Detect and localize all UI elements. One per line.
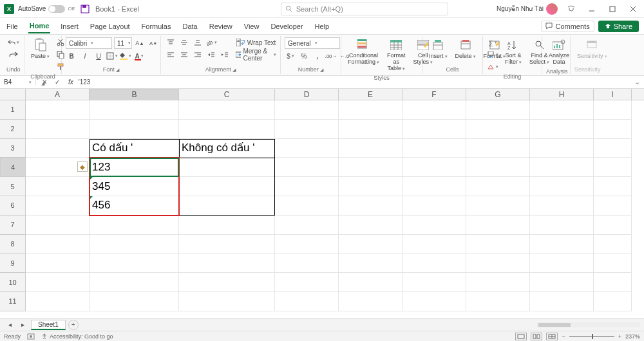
- align-left-button[interactable]: [165, 50, 176, 60]
- cell-E4[interactable]: [339, 158, 402, 177]
- cell-E2[interactable]: [339, 120, 402, 139]
- font-name-select[interactable]: Calibri: [66, 37, 112, 49]
- new-sheet-button[interactable]: +: [68, 320, 79, 330]
- select-all-corner[interactable]: [0, 89, 26, 100]
- row-header-6[interactable]: 6: [0, 196, 26, 216]
- formula-input[interactable]: '123: [76, 78, 91, 86]
- cell-A2[interactable]: [26, 120, 90, 139]
- cell-G3[interactable]: [466, 139, 530, 158]
- sheet-nav-next[interactable]: ▸: [17, 320, 28, 330]
- cell-H7[interactable]: [530, 216, 594, 235]
- cell-C11[interactable]: [179, 292, 275, 311]
- page-break-view-button[interactable]: [546, 333, 558, 340]
- undo-button[interactable]: [8, 37, 19, 48]
- share-button[interactable]: Share: [598, 21, 639, 32]
- fill-color-button[interactable]: [120, 51, 131, 61]
- cell-E3[interactable]: [339, 139, 402, 158]
- merge-center-button[interactable]: Merge & Center: [236, 50, 276, 60]
- zoom-out-button[interactable]: −: [562, 333, 565, 340]
- cell-G6[interactable]: [466, 196, 530, 216]
- user-account[interactable]: Nguyễn Như Tài: [497, 3, 558, 15]
- save-icon[interactable]: [80, 4, 90, 14]
- align-top-button[interactable]: [165, 37, 176, 48]
- macro-record-icon[interactable]: [27, 333, 35, 340]
- row-header-1[interactable]: 1: [0, 100, 26, 120]
- decrease-indent-button[interactable]: [205, 50, 217, 60]
- cancel-formula-button[interactable]: ✕: [39, 77, 50, 88]
- cell-D11[interactable]: [275, 292, 339, 311]
- cell-C10[interactable]: [179, 273, 275, 292]
- align-center-button[interactable]: [178, 50, 190, 60]
- cell-F3[interactable]: [402, 139, 466, 158]
- fill-button[interactable]: [487, 50, 498, 60]
- cell-F2[interactable]: [402, 120, 466, 139]
- cell-B10[interactable]: [90, 273, 179, 292]
- cell-I3[interactable]: [594, 139, 632, 158]
- cell-D2[interactable]: [275, 120, 339, 139]
- cell-D10[interactable]: [275, 273, 339, 292]
- italic-button[interactable]: I: [79, 51, 91, 61]
- cell-F5[interactable]: [402, 177, 466, 196]
- number-format-select[interactable]: General: [285, 37, 340, 49]
- autosum-button[interactable]: ∑: [487, 37, 498, 48]
- cell-I1[interactable]: [594, 100, 632, 120]
- bold-button[interactable]: B: [66, 51, 77, 61]
- sheet-nav-prev[interactable]: ◂: [4, 320, 15, 330]
- row-header-4[interactable]: 4: [0, 158, 26, 177]
- cell-I8[interactable]: [594, 235, 632, 254]
- column-header-G[interactable]: G: [466, 89, 530, 100]
- cell-B6[interactable]: 456: [90, 196, 179, 216]
- row-header-7[interactable]: 7: [0, 216, 26, 235]
- expand-formula-bar-button[interactable]: ⌄: [630, 78, 644, 86]
- cell-H10[interactable]: [530, 273, 594, 292]
- underline-button[interactable]: U: [93, 51, 104, 61]
- accessibility-status[interactable]: Accessibility: Good to go: [41, 333, 113, 340]
- column-header-B[interactable]: B: [90, 89, 179, 100]
- cell-E5[interactable]: [339, 177, 402, 196]
- autosave-toggle[interactable]: AutoSave Off: [18, 5, 75, 13]
- zoom-in-button[interactable]: +: [618, 333, 621, 340]
- excel-app-icon[interactable]: X: [4, 4, 14, 14]
- cell-E8[interactable]: [339, 235, 402, 254]
- cell-G1[interactable]: [466, 100, 530, 120]
- autosave-switch-icon[interactable]: [48, 5, 65, 13]
- cell-A11[interactable]: [26, 292, 90, 311]
- zoom-slider[interactable]: [569, 336, 614, 337]
- tab-developer[interactable]: Developer: [269, 20, 304, 33]
- align-middle-button[interactable]: [178, 37, 190, 48]
- cell-F11[interactable]: [402, 292, 466, 311]
- close-button[interactable]: [626, 2, 640, 16]
- cell-G11[interactable]: [466, 292, 530, 311]
- cell-B5[interactable]: 345: [90, 177, 179, 196]
- tab-data[interactable]: Data: [181, 20, 198, 33]
- tab-page-layout[interactable]: Page Layout: [89, 20, 131, 33]
- format-as-table-button[interactable]: Format as Table: [384, 37, 408, 73]
- row-header-9[interactable]: 9: [0, 253, 26, 273]
- cell-F8[interactable]: [402, 235, 466, 254]
- cell-I4[interactable]: [594, 158, 632, 177]
- normal-view-button[interactable]: [515, 333, 527, 340]
- fx-icon[interactable]: fx: [66, 78, 76, 86]
- currency-button[interactable]: $: [285, 51, 296, 61]
- cell-A10[interactable]: [26, 273, 90, 292]
- cell-E11[interactable]: [339, 292, 402, 311]
- cell-H8[interactable]: [530, 235, 594, 254]
- decrease-font-button[interactable]: A▼: [147, 38, 159, 48]
- cell-B2[interactable]: [90, 120, 179, 139]
- cell-I10[interactable]: [594, 273, 632, 292]
- cell-C8[interactable]: [179, 235, 275, 254]
- align-right-button[interactable]: [192, 50, 204, 60]
- cell-E6[interactable]: [339, 196, 402, 216]
- orientation-button[interactable]: ab: [205, 37, 217, 48]
- search-box[interactable]: Search (Alt+Q): [281, 3, 448, 15]
- cell-B9[interactable]: [90, 253, 179, 273]
- row-header-8[interactable]: 8: [0, 235, 26, 254]
- cell-H5[interactable]: [530, 177, 594, 196]
- cell-D7[interactable]: [275, 216, 339, 235]
- cell-C6[interactable]: [179, 196, 275, 216]
- cell-H3[interactable]: [530, 139, 594, 158]
- tab-file[interactable]: File: [5, 20, 19, 33]
- row-header-5[interactable]: 5: [0, 177, 26, 196]
- cell-G9[interactable]: [466, 253, 530, 273]
- column-header-H[interactable]: H: [530, 89, 594, 100]
